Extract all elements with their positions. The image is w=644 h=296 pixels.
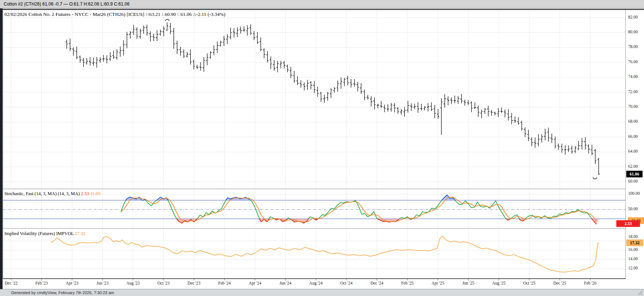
x-axis-label: Apr '24 [243, 281, 267, 285]
x-axis-label: Feb '25 [396, 281, 419, 285]
price-axis-label: 72.00 [628, 89, 644, 94]
ohlc-bars [66, 23, 600, 175]
resize-grip[interactable] [637, 290, 643, 295]
stoch-axis-label: 100.00 [628, 191, 644, 195]
header-part-4: 60.90 [165, 11, 177, 17]
last-price-badge: 61.06 [626, 171, 643, 177]
price-axis-label: 82.00 [628, 15, 644, 19]
price-axis-label: 64.00 [628, 149, 644, 153]
chart-canvas[interactable] [0, 0, 644, 296]
stochastic-panel-label: Stochastic, Fast (14, 3, MA) (14, 3, MA)… [4, 191, 100, 197]
x-axis-label: Jun '25 [457, 281, 480, 285]
stochastic-k-overbought-segments [126, 195, 455, 200]
x-axis-label: Aug '24 [304, 281, 328, 285]
x-axis-label: Oct '23 [152, 281, 175, 285]
price-axis-label: 74.00 [628, 74, 644, 79]
chart-frame [0, 8, 644, 289]
chart-extreme-markers [165, 19, 596, 179]
implied-vol-code: IMPVOL [55, 231, 74, 236]
chart-header: 02/02/2026 Cotton No. 2 Futures - NYCC -… [4, 11, 225, 17]
x-axis-label: Jun '23 [91, 281, 114, 285]
x-axis-label: Jun '24 [273, 281, 297, 285]
impvol-axis-label: 12.00 [628, 266, 644, 270]
price-axis-label: 60.00 [628, 179, 644, 183]
stoch-k-badge: 2.53 [616, 220, 640, 227]
window-title-bar[interactable]: Cotton #2 (CTH26) 61.06 -0.7 — O:61.7 H:… [0, 0, 644, 8]
price-axis-label: 62.00 [628, 164, 644, 169]
impvol-axis-label: 14.00 [628, 256, 644, 261]
header-part-8: -2.11 (-3.34%) [196, 11, 225, 17]
stoch-axis-label: 50.00 [628, 207, 644, 211]
x-axis-label: Apr '25 [426, 281, 450, 285]
stochastic-label-params: (14, 3, MA) [56, 191, 80, 196]
stochastic-d-value: 11.05 [90, 191, 100, 196]
x-axis-label: Feb '23 [30, 281, 54, 285]
implied-vol-label: Implied Volatility (Futures) [4, 231, 55, 236]
implied-vol-value: 17.32 [75, 231, 85, 236]
impvol-badge: 17.32 [626, 239, 643, 246]
header-part-6: 61.06 [180, 11, 193, 17]
impvol-axis-label: 16.00 [628, 247, 644, 252]
price-axis-label: 68.00 [628, 119, 644, 123]
x-axis-label: Dec '23 [182, 281, 206, 285]
cmdtyview-chart-window: Cotton #2 (CTH26) 61.06 -0.7 — O:61.7 H:… [0, 0, 644, 296]
x-axis-label: Oct '25 [517, 281, 541, 285]
header-part-0: 02/02/2026 Cotton No. 2 Futures - NYCC -… [4, 11, 145, 17]
header-part-3: L [162, 11, 165, 17]
footer-text: Generated by cmdtyView, February 7th 202… [0, 290, 114, 295]
window-title: Cotton #2 (CTH26) 61.06 -0.7 — O:61.7 H:… [0, 1, 130, 7]
header-part-1: H [145, 11, 149, 17]
x-axis-label: Dec '22 [0, 281, 23, 285]
status-footer: Generated by cmdtyView, February 7th 202… [0, 289, 644, 296]
x-axis-label: Dec '25 [548, 281, 572, 285]
x-axis-label: Aug '25 [487, 281, 511, 285]
price-axis-label: 66.00 [628, 134, 644, 139]
x-axis-label: Aug '23 [121, 281, 145, 285]
implied-vol-panel-label: Implied Volatility (Futures) IMPVOL 17.3… [4, 231, 85, 237]
price-axis-label: 80.00 [628, 30, 644, 34]
header-part-2: 63.21 [149, 11, 162, 17]
x-axis-label: Feb '26 [578, 281, 602, 285]
header-part-5: C [177, 11, 180, 17]
impvol-axis-label: 18.00 [628, 234, 644, 239]
gridlines [3, 10, 626, 278]
price-axis-label: 70.00 [628, 104, 644, 109]
stochastic-label: Stochastic, Fast (14, 3, MA) [4, 191, 56, 196]
x-axis-label: Dec '24 [365, 281, 389, 285]
price-axis-label: 78.00 [628, 44, 644, 49]
x-axis-label: Apr '23 [60, 281, 84, 285]
x-axis-label: Oct '24 [335, 281, 358, 285]
stochastic-k-value: 2.53 [81, 191, 89, 196]
x-axis-label: Feb '24 [213, 281, 236, 285]
price-axis-label: 76.00 [628, 59, 644, 64]
